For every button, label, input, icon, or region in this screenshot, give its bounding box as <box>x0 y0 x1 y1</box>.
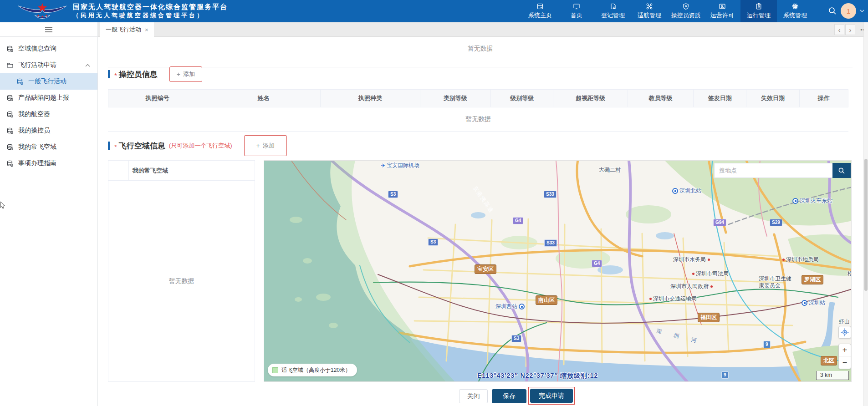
rail-station-icon <box>519 304 525 310</box>
sidebar: 空域信息查询 飞行活动申请 一般飞行活动 产品缺陷问题上报 我的航空器 <box>0 22 98 406</box>
sidebar-collapse-row <box>0 22 97 37</box>
sidebar-item-airspace-info-query[interactable]: 空域信息查询 <box>0 41 97 57</box>
tab-scroll-right-icon[interactable]: › <box>845 24 855 35</box>
section-accent-bar <box>108 70 110 78</box>
nav-label: 操控员资质 <box>671 11 701 20</box>
sidebar-item-my-operators[interactable]: 我的操控员 <box>0 122 97 139</box>
road-shield: S3 <box>428 239 438 246</box>
nav-label: 系统管理 <box>783 11 807 20</box>
submit-button[interactable]: 完成申请 <box>530 389 573 403</box>
zoom-out-button[interactable]: − <box>839 356 851 369</box>
close-button[interactable]: 关闭 <box>459 389 488 403</box>
operator-info-section-header: * 操控员信息 + 添加 <box>108 66 202 82</box>
map-locate-button[interactable] <box>838 326 851 339</box>
poi-dot-icon <box>649 298 652 300</box>
zoom-in-button[interactable]: + <box>839 344 851 356</box>
top-header: 国家无人驾驶航空器一体化综合监管服务平台 （民用无人驾驶航空器综合管理平台） 系… <box>0 0 868 22</box>
sidebar-item-my-aircraft[interactable]: 我的航空器 <box>0 106 97 122</box>
sidebar-item-my-frequent-airspace[interactable]: 我的常飞空域 <box>0 139 97 155</box>
chevron-down-icon[interactable] <box>860 9 864 13</box>
map-label-village: 大磡二村 <box>599 166 621 174</box>
required-asterisk: * <box>114 143 117 151</box>
sidebar-item-product-defect-report[interactable]: 产品缺陷问题上报 <box>0 90 97 106</box>
crosshair-icon <box>841 328 849 336</box>
nav-item-operation-license[interactable]: 运营许可 <box>704 0 740 22</box>
chevron-up-icon[interactable] <box>85 64 90 67</box>
platform-title-line2: （民用无人驾驶航空器综合管理平台） <box>73 11 228 20</box>
map-poi-geology-bureau: 深圳市地质局 <box>782 256 819 264</box>
platform-title: 国家无人驾驶航空器一体化综合监管服务平台 （民用无人驾驶航空器综合管理平台） <box>73 2 228 20</box>
col-header-bvlos-rating: 超视距等级 <box>553 90 628 107</box>
sidebar-item-label: 空域信息查询 <box>18 45 56 53</box>
database-icon <box>6 45 14 52</box>
tab-close-icon[interactable]: × <box>145 26 148 33</box>
platform-title-line1: 国家无人驾驶航空器一体化综合监管服务平台 <box>73 2 228 11</box>
add-airspace-button[interactable]: + 添加 <box>244 135 287 156</box>
nav-item-system-home[interactable]: 系统主页 <box>522 0 558 22</box>
nav-label: 首页 <box>571 11 582 20</box>
road-shield: S3 <box>511 335 521 342</box>
save-button[interactable]: 保存 <box>492 389 526 403</box>
panel-empty-state: 暂无数据 <box>108 181 255 381</box>
col-header-license-no: 执照编号 <box>108 90 207 107</box>
section-accent-bar <box>108 142 110 150</box>
caac-logo <box>15 1 69 20</box>
poi-dot-icon <box>708 259 710 261</box>
col-header-class-rating: 级别等级 <box>491 90 553 107</box>
tab-scroll-left-icon[interactable]: ‹ <box>834 24 844 35</box>
map-search-input[interactable] <box>714 163 832 178</box>
required-asterisk: * <box>114 71 117 79</box>
sidebar-item-guide[interactable]: 事项办理指南 <box>0 155 97 172</box>
sidebar-item-label: 产品缺陷问题上报 <box>18 94 69 102</box>
sidebar-item-label: 我的航空器 <box>18 110 50 118</box>
road-shield: G94 <box>713 219 726 226</box>
map-district-baoan: 宝安区 <box>475 264 496 274</box>
poi-dot-icon <box>782 259 785 261</box>
nav-item-registration[interactable]: 登记管理 <box>595 0 631 22</box>
hamburger-icon[interactable] <box>45 26 53 33</box>
add-operator-button[interactable]: + 添加 <box>169 66 202 82</box>
rail-station-icon <box>802 300 807 306</box>
scrollbar-thumb[interactable] <box>864 159 868 291</box>
col-header-issue-date: 签发日期 <box>694 90 746 107</box>
sidebar-item-general-flight-activity[interactable]: 一般飞行活动 <box>0 73 97 90</box>
tab-label: 一般飞行活动 <box>106 25 141 34</box>
database-icon <box>6 143 14 151</box>
sidebar-item-label: 飞行活动申请 <box>18 61 56 69</box>
col-header-expiry-date: 失效日期 <box>746 90 799 107</box>
atom-icon <box>791 3 799 10</box>
road-shield: S29 <box>770 219 782 226</box>
database-icon <box>16 78 24 85</box>
nav-item-operation-management[interactable]: 运行管理 <box>740 0 777 22</box>
map-search-button[interactable] <box>832 163 851 178</box>
nav-label: 适航管理 <box>638 11 661 20</box>
database-icon <box>6 94 14 102</box>
sidebar-item-label: 我的操控员 <box>18 127 50 135</box>
map-label-airport: ✈宝安国际机场 <box>381 162 419 169</box>
airspace-limit-note: (只可添加一个飞行空域) <box>169 142 232 150</box>
nav-label: 运行管理 <box>747 11 771 20</box>
sidebar-item-flight-activity-application[interactable]: 飞行活动申请 <box>0 57 97 73</box>
plus-icon: + <box>177 71 180 78</box>
database-icon <box>6 127 14 134</box>
my-frequent-airspace-panel: 我的常飞空域 暂无数据 <box>108 160 255 382</box>
shield-icon <box>682 3 689 10</box>
nav-item-home[interactable]: 首页 <box>558 0 595 22</box>
map-legend: 适飞空域（高度小于120米） <box>268 364 357 376</box>
map-label-song: 松 <box>848 270 852 278</box>
monitor-icon <box>573 3 580 10</box>
tab-general-flight-activity[interactable]: 一般飞行活动 × <box>100 22 154 37</box>
add-button-label: 添加 <box>263 142 275 150</box>
nav-item-airworthiness[interactable]: 适航管理 <box>631 0 668 22</box>
search-icon[interactable] <box>828 6 837 15</box>
col-header-category-rating: 类别等级 <box>420 90 491 107</box>
map-district-beiqu: 北区 <box>821 356 837 365</box>
nav-label: 运营许可 <box>710 11 734 20</box>
map-container[interactable]: ✈宝安国际机场 大磡二村 虾山 松 深圳北站 深圳火车东站 深圳西站 深圳站 宝… <box>264 160 852 382</box>
search-icon <box>838 167 845 174</box>
avatar[interactable]: 1 <box>841 3 856 19</box>
col-header-instructor-rating: 教员等级 <box>628 90 694 107</box>
poi-dot-icon <box>692 273 694 275</box>
nav-item-system-management[interactable]: 系统管理 <box>777 0 813 22</box>
nav-item-operator-qualification[interactable]: 操控员资质 <box>668 0 704 22</box>
